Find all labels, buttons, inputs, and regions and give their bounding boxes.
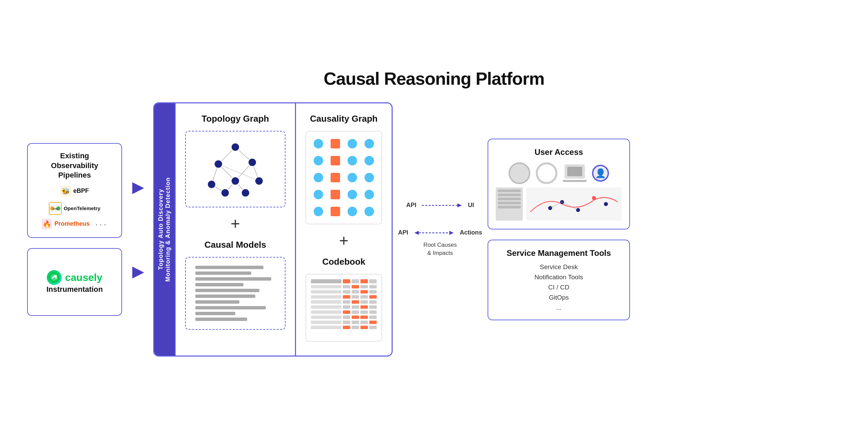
smt-item-0: Service Desk [540, 263, 578, 271]
causely-icon [47, 270, 62, 285]
laptop-icon-area [563, 164, 587, 182]
otel-logo: OTel OpenTelemetry [49, 202, 100, 215]
causely-box: causely Instrumentation [27, 248, 122, 316]
left-column: ExistingObservabilityPipelines 🐝 eBPF OT… [27, 143, 122, 316]
cg-node [348, 156, 357, 165]
api-arrow-row-top: API UI [406, 202, 474, 209]
svg-point-34 [604, 202, 608, 206]
otel-label: OpenTelemetry [64, 205, 100, 211]
logos-row-2: 🔥 Prometheus ··· [41, 218, 107, 230]
api-arrows-area: API UI API [403, 202, 477, 257]
causality-grid [312, 137, 376, 218]
cg-node [331, 156, 340, 165]
vertical-label-bar: Topology Auto DiscoveryMonitoring & Anom… [154, 103, 175, 356]
cg-node [364, 190, 374, 199]
svg-point-16 [231, 143, 239, 151]
cg-node [314, 156, 323, 165]
center-content: Topology Graph [175, 103, 392, 356]
api-label-bottom: API [398, 229, 408, 236]
ui-mockup-bottom [496, 187, 622, 221]
svg-text:OTel: OTel [53, 208, 58, 210]
svg-point-19 [208, 180, 216, 188]
vertical-label-text: Topology Auto DiscoveryMonitoring & Anom… [157, 177, 172, 282]
instrumentation-label: Instrumentation [46, 285, 103, 294]
causality-panel: Causality Graph [296, 103, 392, 356]
cb-row [311, 321, 377, 324]
svg-point-17 [214, 160, 222, 168]
otel-icon: OTel [49, 202, 62, 215]
model-bars [191, 263, 279, 324]
cg-node [314, 139, 323, 148]
api-actions-group: API Actions Root Causes& Impacts [398, 229, 482, 257]
causely-text: causely [65, 272, 102, 283]
plus-1: + [185, 214, 285, 233]
more-logos: ··· [95, 218, 108, 230]
service-mgmt-title: Service Management Tools [496, 248, 622, 258]
chart-area [526, 187, 622, 221]
plus-2: + [305, 231, 382, 250]
cg-node [348, 190, 357, 199]
service-mgmt-panel: Service Management Tools Service Desk No… [488, 240, 630, 320]
cg-node [331, 173, 340, 182]
page-title: Causal Reasoning Platform [323, 68, 544, 89]
cb-row [311, 300, 377, 304]
causal-models-title: Causal Models [185, 240, 285, 250]
svg-marker-27 [414, 231, 419, 235]
api-label-top: API [406, 202, 416, 209]
center-platform-box: Topology Auto DiscoveryMonitoring & Anom… [153, 102, 393, 357]
ui-label: UI [468, 202, 474, 209]
cg-node [364, 173, 374, 182]
topology-graph-title: Topology Graph [185, 114, 285, 124]
causality-graph-box [305, 131, 382, 224]
cg-node [364, 139, 374, 148]
cg-node [314, 190, 323, 199]
main-layout: ExistingObservabilityPipelines 🐝 eBPF OT… [27, 102, 841, 357]
codebook-table [311, 279, 377, 329]
svg-point-33 [592, 196, 596, 200]
arrow-2: ▶ [132, 263, 143, 280]
prometheus-label: Prometheus [54, 220, 90, 227]
cb-row [311, 290, 377, 294]
cg-node [331, 139, 340, 148]
smt-item-2: CI / CD [548, 284, 569, 291]
ui-mockup: 👤 [496, 162, 622, 221]
laptop-icon [565, 164, 585, 179]
api-ui-group: API UI [406, 202, 474, 209]
cb-row [311, 326, 377, 329]
cg-node [348, 207, 357, 216]
cb-header [311, 279, 377, 283]
server-icon [496, 187, 523, 221]
codebook-title: Codebook [305, 257, 382, 267]
observability-pipelines-box: ExistingObservabilityPipelines 🐝 eBPF OT… [27, 143, 122, 238]
prometheus-icon: 🔥 [41, 219, 52, 229]
cg-node [331, 207, 340, 216]
svg-point-23 [241, 189, 250, 197]
right-column: User Access 👤 [488, 139, 630, 320]
obs-pipelines-title: ExistingObservabilityPipelines [51, 151, 98, 180]
smt-list: Service Desk Notification Tools CI / CD … [496, 263, 622, 311]
ebpf-logo: 🐝 eBPF [60, 186, 89, 197]
prometheus-logo: 🔥 Prometheus [41, 219, 90, 229]
cg-node [314, 173, 323, 182]
codebook-box [305, 274, 382, 342]
ebpf-icon: 🐝 [60, 186, 71, 197]
svg-point-18 [248, 158, 256, 166]
ui-mockup-top: 👤 [496, 162, 622, 184]
svg-point-21 [255, 177, 263, 185]
ui-circle-filled [509, 162, 530, 184]
topology-graph-svg [191, 137, 279, 201]
cg-node [348, 173, 357, 182]
arrow-1: ▶ [132, 179, 143, 196]
cg-node [348, 139, 357, 148]
cb-row [311, 305, 377, 309]
user-access-panel: User Access 👤 [488, 139, 630, 229]
cb-row [311, 285, 377, 288]
cg-node [331, 190, 340, 199]
causely-logo: causely [47, 270, 102, 285]
api-arrow-right [422, 202, 462, 209]
user-access-title: User Access [496, 147, 622, 157]
svg-point-22 [221, 189, 229, 197]
actions-label: Actions [460, 229, 482, 236]
topology-graph-box [185, 131, 285, 207]
topology-panel: Topology Graph [176, 103, 296, 356]
